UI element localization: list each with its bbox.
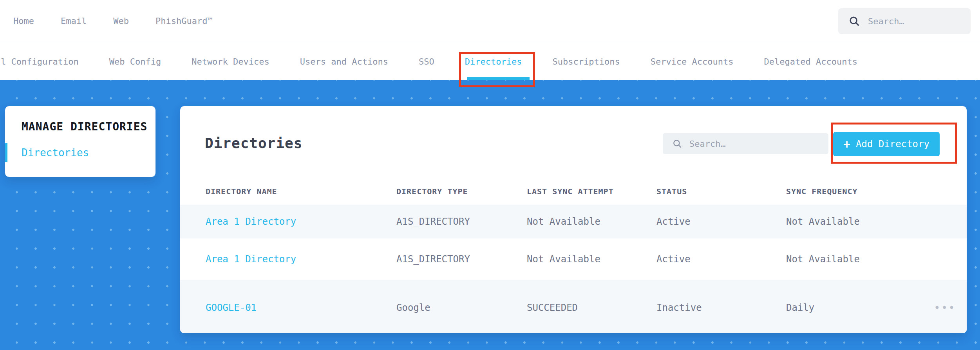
row-actions-menu-icon[interactable]: ••• <box>923 302 967 314</box>
tab-network-devices[interactable]: Network Devices <box>192 57 269 67</box>
directory-name-link[interactable]: GOOGLE-01 <box>206 302 396 313</box>
table-row: GOOGLE-01 Google SUCCEEDED Inactive Dail… <box>180 280 967 333</box>
tab-list: l Configuration Web Config Network Devic… <box>1 43 857 80</box>
sync-frequency-cell: Not Available <box>786 216 923 227</box>
sidebar-item-label: Directories <box>22 147 89 159</box>
status-cell: Active <box>656 216 786 227</box>
global-search-placeholder: Search… <box>868 16 904 26</box>
tab-web-config[interactable]: Web Config <box>109 57 161 67</box>
plus-icon: + <box>843 138 850 150</box>
directories-table: DIRECTORY NAME DIRECTORY TYPE LAST SYNC … <box>180 182 967 333</box>
active-item-bar <box>5 143 7 162</box>
col-directory-type: DIRECTORY TYPE <box>396 187 527 196</box>
nav-item-phishguard[interactable]: PhishGuard™ <box>155 16 213 26</box>
sync-frequency-cell: Not Available <box>786 254 923 265</box>
col-directory-name: DIRECTORY NAME <box>206 187 396 196</box>
status-cell: Inactive <box>656 302 786 313</box>
col-last-sync-attempt: LAST SYNC ATTEMPT <box>527 187 656 196</box>
tab-directories[interactable]: Directories <box>465 57 522 67</box>
directory-type-cell: A1S_DIRECTORY <box>396 254 527 265</box>
directories-page: MANAGE DIRECTORIES Directories Directori… <box>0 80 980 350</box>
sync-frequency-cell: Daily <box>786 302 923 313</box>
table-row: Area 1 Directory A1S_DIRECTORY Not Avail… <box>180 238 967 280</box>
directories-panel: Directories Search… + Add Directory DIRE… <box>180 106 967 333</box>
table-row: Area 1 Directory A1S_DIRECTORY Not Avail… <box>180 205 967 238</box>
table-header-row: DIRECTORY NAME DIRECTORY TYPE LAST SYNC … <box>180 182 967 201</box>
last-sync-cell: SUCCEEDED <box>527 302 656 313</box>
global-search-input[interactable]: Search… <box>838 8 971 34</box>
sidebar-item-directories[interactable]: Directories <box>5 143 155 162</box>
status-cell: Active <box>656 254 786 265</box>
nav-item-home[interactable]: Home <box>13 16 34 26</box>
nav-item-web[interactable]: Web <box>113 16 129 26</box>
top-bar: Home Email Web PhishGuard™ Search… <box>0 0 980 42</box>
directories-search-input[interactable]: Search… <box>663 133 828 154</box>
settings-tab-bar: l Configuration Web Config Network Devic… <box>0 43 980 80</box>
search-icon <box>672 139 682 149</box>
manage-directories-card: MANAGE DIRECTORIES Directories <box>5 106 155 177</box>
add-directory-button[interactable]: + Add Directory <box>833 132 940 156</box>
search-icon <box>848 15 860 27</box>
directory-type-cell: A1S_DIRECTORY <box>396 216 527 227</box>
last-sync-cell: Not Available <box>527 216 656 227</box>
panel-header: Directories Search… + Add Directory <box>180 106 967 182</box>
tab-sso[interactable]: SSO <box>419 57 434 67</box>
primary-nav: Home Email Web PhishGuard™ <box>0 16 213 26</box>
active-tab-underline <box>467 77 530 80</box>
manage-directories-title: MANAGE DIRECTORIES <box>5 106 155 133</box>
tab-service-accounts[interactable]: Service Accounts <box>651 57 734 67</box>
page-title: Directories <box>205 135 302 151</box>
col-sync-frequency: SYNC FREQUENCY <box>786 187 923 196</box>
tab-email-configuration[interactable]: l Configuration <box>1 57 79 67</box>
nav-item-email[interactable]: Email <box>61 16 87 26</box>
col-status: STATUS <box>656 187 786 196</box>
last-sync-cell: Not Available <box>527 254 656 265</box>
directory-name-link[interactable]: Area 1 Directory <box>206 254 396 265</box>
tab-delegated-accounts[interactable]: Delegated Accounts <box>764 57 857 67</box>
tab-users-and-actions[interactable]: Users and Actions <box>300 57 388 67</box>
directories-search-placeholder: Search… <box>689 139 726 149</box>
add-directory-label: Add Directory <box>856 139 929 150</box>
directory-name-link[interactable]: Area 1 Directory <box>206 216 396 227</box>
tab-subscriptions[interactable]: Subscriptions <box>552 57 620 67</box>
directory-type-cell: Google <box>396 302 527 313</box>
